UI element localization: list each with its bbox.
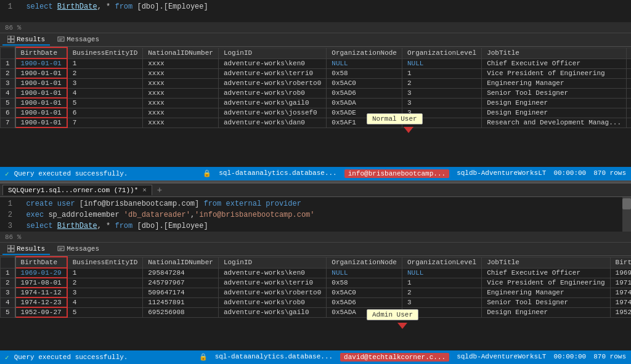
cell-loginid: adventure-works\jossef0 <box>218 108 326 118</box>
top-rows: 870 rows <box>593 169 626 178</box>
cell-jobtitle: Chief Executive Officer <box>482 268 610 278</box>
table-row: 3 1974-11-12 3 509647174 adventure-works… <box>1 288 632 297</box>
cell-jobtitle: Engineering Manager <box>482 78 627 88</box>
scrollbar-thumb[interactable] <box>622 198 631 209</box>
cell-orglevel: 2 <box>402 78 481 88</box>
bottom-results-tabs: Results Messages <box>0 243 631 256</box>
cell-entityid: 1 <box>67 59 143 68</box>
top-results-tabs: Results Messages <box>0 33 631 47</box>
cell-birthdate: 1900-01-01 <box>15 59 67 68</box>
msg-icon-bottom <box>57 245 65 253</box>
row-num: 4 <box>1 88 15 98</box>
tooltip-arrow-down <box>404 127 413 133</box>
cell-nationalid: xxxx <box>143 59 219 68</box>
row-num: 2 <box>1 278 15 288</box>
cell-entityid: 3 <box>67 78 143 88</box>
cell-birthd: 1900 <box>627 68 632 78</box>
cell-loginid: adventure-works\terri0 <box>218 278 326 288</box>
cell-jobtitle: Vice President of Engineering <box>482 68 627 78</box>
plus-icon[interactable]: + <box>153 185 166 195</box>
cell-birthdate2: 1952-09-27 <box>610 307 631 317</box>
bottom-user-hl: david@techtalkcorner.c... <box>340 353 449 362</box>
cell-orglevel: 1 <box>402 68 481 78</box>
table-row: 1 1969-01-29 1 295847284 adventure-works… <box>1 268 632 278</box>
table-row: 5 1952-09-27 5 695256908 adventure-works… <box>1 307 632 317</box>
cell-orglevel: NULL <box>402 268 481 278</box>
row-num: 5 <box>1 98 15 108</box>
top-status-message: Query executed successfully. <box>14 170 128 177</box>
top-grid-area: BirthDate BusinessEntityID NationalIDNum… <box>0 47 631 167</box>
cell-birthdate: 1900-01-01 <box>15 68 67 78</box>
cell-birthdate: 1900-01-01 <box>15 88 67 98</box>
cell-jobtitle: Senior Tool Designer <box>482 297 610 307</box>
bottom-results-tab[interactable]: Results <box>2 244 50 255</box>
table-row: 6 1900-01-01 6 xxxx adventure-works\joss… <box>1 108 632 118</box>
table-row: 4 1900-01-01 4 xxxx adventure-works\rob0… <box>1 88 632 98</box>
top-data-table: BirthDate BusinessEntityID NationalIDNum… <box>0 47 631 128</box>
svg-rect-8 <box>11 245 14 248</box>
cell-nationalid: 695256908 <box>143 307 219 317</box>
cell-jobtitle: Design Engineer <box>482 108 627 118</box>
bottom-query-tab[interactable]: SQLQuery1.sql...orner.com (71))* × <box>2 185 152 195</box>
table-row: 1 1900-01-01 1 xxxx adventure-works\ken0… <box>1 59 632 68</box>
top-zoom-label: 86 % <box>5 24 21 31</box>
top-user-hl: info@brisbanebootcamp... <box>344 169 449 178</box>
normal-user-tooltip: Normal User <box>367 113 423 124</box>
cell-loginid: adventure-works\rob0 <box>218 297 326 307</box>
cell-birthdate2: 1974-11-12 <box>610 288 631 297</box>
col-header-entityid: BusinessEntityID <box>67 47 143 59</box>
bottom-tab-label: SQLQuery1.sql...orner.com (71))* <box>8 187 138 194</box>
cell-loginid: adventure-works\roberto0 <box>218 288 326 297</box>
bottom-code-line1: create user [info@brisbanebootcamp.com] … <box>17 198 631 209</box>
top-db-info: sql-dataanalytics.database... <box>219 169 336 178</box>
bottom-messages-tab[interactable]: Messages <box>52 244 104 255</box>
top-section: 1 select BirthDate, * from [dbo].[Employ… <box>0 0 631 180</box>
cell-entityid: 6 <box>67 108 143 118</box>
close-icon[interactable]: × <box>142 187 147 194</box>
cell-orgnode: 0x5ADA <box>327 98 402 108</box>
cell-jobtitle: Design Engineer <box>482 307 610 317</box>
cell-entityid: 5 <box>67 98 143 108</box>
bottom-editor-scrollbar[interactable] <box>622 197 631 232</box>
top-time: 00:00:00 <box>553 169 586 178</box>
bottom-messages-label: Messages <box>67 245 99 253</box>
top-results-tab[interactable]: Results <box>2 34 50 46</box>
top-lock-icon: 🔒 <box>203 169 211 178</box>
cell-nationalid: 509647174 <box>143 288 219 297</box>
cell-birthdate2: 1974-12-23 <box>610 297 631 307</box>
top-messages-tab[interactable]: Messages <box>52 34 104 46</box>
cell-entityid: 2 <box>67 68 143 78</box>
col-header-loginid: LoginID <box>218 257 326 268</box>
col-header-rownum <box>1 47 15 59</box>
tooltip-text: Normal User <box>372 115 417 123</box>
cell-birthdate: 1900-01-01 <box>15 108 67 118</box>
cell-nationalid: 245797967 <box>143 278 219 288</box>
cell-orglevel: 1 <box>402 278 481 288</box>
top-messages-label: Messages <box>67 36 99 43</box>
top-status-bar: ✓ Query executed successfully. 🔒 sql-dat… <box>0 167 631 180</box>
cell-birthdate: 1971-08-01 <box>15 278 67 288</box>
top-results-label: Results <box>17 36 45 43</box>
cell-jobtitle: Engineering Manager <box>482 288 610 297</box>
cell-birthdate: 1974-11-12 <box>15 288 67 297</box>
cell-jobtitle: Research and Development Manag... <box>482 118 627 127</box>
col-header-jobtitle: JobTitle <box>482 257 610 268</box>
cell-orgnode: 0x5AC0 <box>327 78 402 88</box>
cell-birthdate: 1974-12-23 <box>15 297 67 307</box>
row-num: 1 <box>1 59 15 68</box>
cell-orglevel: 2 <box>402 288 481 297</box>
table-row: 2 1900-01-01 2 xxxx adventure-works\terr… <box>1 68 632 78</box>
col-header-orglevel: OrganizationLevel <box>402 47 481 59</box>
top-server: sqldb-AdventureWorksLT <box>457 169 546 178</box>
cell-loginid: adventure-works\ken0 <box>218 268 326 278</box>
cell-nationalid: 112457891 <box>143 297 219 307</box>
svg-rect-1 <box>11 36 14 39</box>
col-header-entityid: BusinessEntityID <box>67 257 143 268</box>
cell-loginid: adventure-works\rob0 <box>218 88 326 98</box>
cell-orgnode: 0x58 <box>327 278 402 288</box>
cell-orgnode: NULL <box>327 59 402 68</box>
cell-loginid: adventure-works\roberto0 <box>218 78 326 88</box>
bottom-data-table: BirthDate BusinessEntityID NationalIDNum… <box>0 256 631 318</box>
bottom-zoom-bar: 86 % <box>0 232 631 243</box>
bottom-db-info: sql-dataanalytics.database... <box>215 353 333 362</box>
